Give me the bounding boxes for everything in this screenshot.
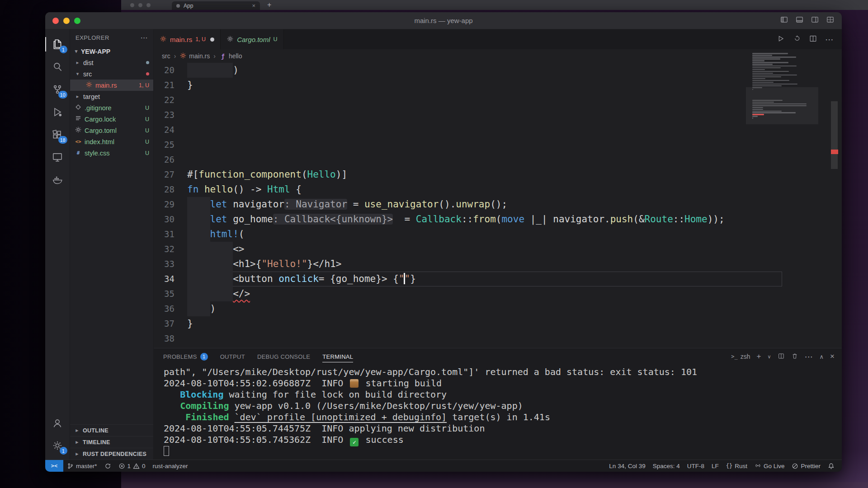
new-terminal-icon[interactable]: +: [757, 352, 761, 361]
panel-tab-debug-console[interactable]: DEBUG CONSOLE: [257, 348, 310, 365]
kill-terminal-icon[interactable]: [791, 352, 798, 361]
explorer-item-index.html[interactable]: <>index.htmlU: [70, 136, 153, 147]
go-live-item[interactable]: Go Live: [751, 463, 788, 469]
browser-zoom-icon[interactable]: [146, 3, 151, 7]
browser-tab[interactable]: App ×: [172, 1, 260, 10]
code-line-24[interactable]: 24: [154, 122, 842, 137]
code-line-22[interactable]: 22: [154, 93, 842, 108]
code-line-23[interactable]: 23: [154, 108, 842, 122]
minimap-viewport[interactable]: [746, 87, 818, 124]
breadcrumb-item-main.rs[interactable]: main.rs: [179, 52, 210, 61]
run-or-debug-dropdown-icon[interactable]: [793, 34, 801, 45]
browser-minimize-icon[interactable]: [138, 3, 142, 7]
code-line-25[interactable]: 25: [154, 137, 842, 152]
problems-item[interactable]: 1 0: [115, 460, 149, 472]
activity-remote-explorer-button[interactable]: [45, 146, 70, 169]
close-panel-icon[interactable]: ×: [830, 352, 835, 361]
explorer-item-Cargo.lock[interactable]: Cargo.lockU: [70, 113, 153, 125]
code-line-38[interactable]: 38: [154, 331, 842, 346]
code-lines[interactable]: 20 )21}222324252627#[function_component(…: [154, 63, 842, 348]
sidebar-section-timeline[interactable]: ▸TIMELINE: [70, 436, 153, 448]
explorer-item-style.css[interactable]: #style.cssU: [70, 147, 153, 159]
activity-run-debug-button[interactable]: [45, 101, 70, 123]
indentation-item[interactable]: Spaces: 4: [649, 463, 684, 469]
sidebar-section-rust-dependencies[interactable]: ▸RUST DEPENDENCIES: [70, 448, 153, 460]
activity-explorer-button[interactable]: 1: [45, 33, 70, 56]
eol-item[interactable]: LF: [708, 463, 722, 469]
browser-new-tab-button[interactable]: +: [267, 1, 271, 9]
explorer-item-target[interactable]: ▸target: [70, 91, 153, 102]
panel-tab-output[interactable]: OUTPUT: [220, 348, 245, 365]
activity-docker-button[interactable]: [45, 169, 70, 191]
terminal-dropdown-icon[interactable]: ∨: [767, 354, 771, 360]
problems-badge: 1: [200, 353, 208, 361]
activity-extensions-button[interactable]: 18: [45, 123, 70, 146]
encoding-item[interactable]: UTF-8: [684, 463, 708, 469]
browser-close-icon[interactable]: [130, 3, 134, 7]
activity-source-control-button[interactable]: 10: [45, 78, 70, 101]
explorer-item-Cargo.toml[interactable]: Cargo.tomlU: [70, 125, 153, 136]
code-line-20[interactable]: 20 ): [154, 63, 842, 78]
run-file-icon[interactable]: [776, 34, 785, 45]
explorer-item-.gitignore[interactable]: .gitignoreU: [70, 102, 153, 113]
panel-tab-terminal[interactable]: TERMINAL: [322, 348, 353, 365]
code-line-37[interactable]: 37}: [154, 316, 842, 331]
explorer-more-actions-icon[interactable]: ⋯: [141, 33, 148, 42]
maximize-panel-icon[interactable]: ∧: [820, 353, 824, 360]
maximize-window-button[interactable]: [74, 18, 80, 24]
line-number: 30: [154, 212, 187, 227]
code-line-35[interactable]: 35 </>: [154, 286, 842, 301]
sidebar-section-outline[interactable]: ▸OUTLINE: [70, 424, 153, 436]
breadcrumb-item-src[interactable]: src: [162, 52, 170, 60]
breadcrumb-item-hello[interactable]: ƒhello: [219, 52, 242, 60]
tab-main.rs[interactable]: main.rs1, U: [154, 29, 221, 49]
code-line-26[interactable]: 26: [154, 152, 842, 167]
close-window-button[interactable]: [52, 18, 59, 24]
code-line-21[interactable]: 21}: [154, 78, 842, 93]
code-line-30[interactable]: 30 let go_home: Callback<{unknown}> = Ca…: [154, 212, 842, 227]
toggle-secondary-sidebar-icon[interactable]: [811, 15, 819, 26]
explorer-root-folder[interactable]: ▾ YEW-APP: [70, 46, 153, 57]
sync-changes-item[interactable]: [101, 460, 115, 472]
accounts-button[interactable]: [45, 412, 70, 434]
code-line-33[interactable]: 33 <h1>{"Hello!"}</h1>: [154, 257, 842, 272]
line-number: 33: [154, 257, 187, 272]
explorer-item-main.rs[interactable]: main.rs1, U: [70, 80, 153, 91]
customize-layout-icon[interactable]: [826, 15, 835, 26]
tab-Cargo.toml[interactable]: Cargo.tomlU: [221, 29, 283, 49]
modified-dot[interactable]: [210, 38, 214, 42]
toggle-sidebar-icon[interactable]: [780, 15, 788, 26]
prettier-item[interactable]: Prettier: [788, 463, 824, 469]
terminal-line: Finished `dev` profile [unoptimized + de…: [164, 412, 842, 423]
code-line-36[interactable]: 36 ): [154, 301, 842, 316]
notifications-item[interactable]: [824, 463, 838, 469]
terminal-shell-selector[interactable]: >_ zsh: [731, 353, 750, 360]
terminal-output[interactable]: path", "/Users/mike/Desktop/rust/yew/yew…: [154, 365, 842, 460]
minimize-window-button[interactable]: [63, 18, 70, 24]
code-line-29[interactable]: 29 let navigator: Navigator = use_naviga…: [154, 197, 842, 212]
explorer-item-src[interactable]: ▾src: [70, 68, 153, 80]
cursor-position-item[interactable]: Ln 34, Col 39: [605, 463, 649, 469]
code-line-27[interactable]: 27#[function_component(Hello)]: [154, 167, 842, 182]
editor-scrollbar[interactable]: [831, 49, 838, 348]
code-line-31[interactable]: 31 html!(: [154, 227, 842, 242]
browser-tab-close-icon[interactable]: ×: [252, 2, 255, 9]
toggle-panel-icon[interactable]: [795, 15, 804, 26]
code-line-32[interactable]: 32 <>: [154, 242, 842, 257]
activity-search-button[interactable]: [45, 56, 70, 78]
more-actions-icon[interactable]: ⋯: [825, 35, 834, 44]
settings-button[interactable]: 1: [45, 434, 70, 457]
git-branch-item[interactable]: master*: [63, 460, 101, 472]
scrollbar-thumb[interactable]: [831, 101, 838, 169]
panel-more-actions-icon[interactable]: ⋯: [805, 352, 813, 361]
panel-tab-problems[interactable]: PROBLEMS1: [163, 348, 208, 365]
explorer-item-dist[interactable]: ▸dist: [70, 57, 153, 68]
remote-indicator[interactable]: ><: [45, 460, 63, 472]
code-line-34[interactable]: 34 <button onclick= {go_home}> {""}: [154, 272, 842, 286]
split-editor-icon[interactable]: [809, 34, 817, 45]
language-mode-item[interactable]: {} Rust: [722, 463, 751, 469]
rust-analyzer-status[interactable]: rust-analyzer: [149, 460, 192, 472]
split-terminal-icon[interactable]: [778, 352, 785, 361]
code-line-28[interactable]: 28fn hello() -> Html {: [154, 182, 842, 197]
terminal-line: Blocking waiting for file lock on build …: [164, 389, 842, 400]
